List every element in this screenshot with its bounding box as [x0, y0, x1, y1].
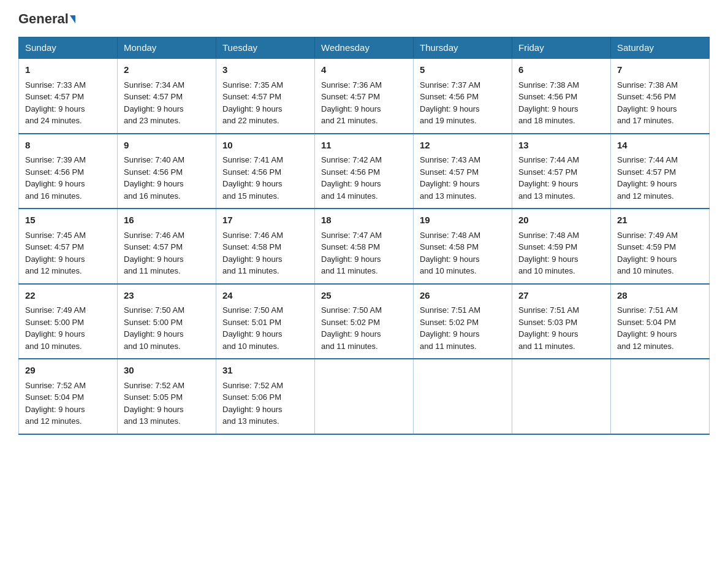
day-number: 16 — [124, 213, 210, 228]
sunrise-text: Sunrise: 7:38 AM — [518, 80, 579, 90]
logo-main-text: General — [18, 12, 69, 26]
sunset-text: Sunset: 4:59 PM — [617, 242, 676, 251]
daylight-text-line2: and 14 minutes. — [321, 191, 378, 201]
daylight-text-line2: and 21 minutes. — [321, 116, 378, 125]
sunrise-text: Sunrise: 7:36 AM — [321, 80, 382, 90]
day-number: 14 — [617, 139, 703, 153]
daylight-text-line2: and 13 minutes. — [222, 416, 279, 426]
daylight-text-line2: and 11 minutes. — [321, 342, 378, 351]
calendar-cell: 9Sunrise: 7:40 AMSunset: 4:56 PMDaylight… — [118, 134, 216, 209]
daylight-text-line1: Daylight: 9 hours — [124, 255, 184, 264]
daylight-text-line1: Daylight: 9 hours — [25, 255, 85, 264]
sunset-text: Sunset: 4:57 PM — [222, 92, 281, 101]
sunrise-text: Sunrise: 7:52 AM — [124, 381, 184, 390]
calendar-cell: 13Sunrise: 7:44 AMSunset: 4:57 PMDayligh… — [512, 134, 611, 209]
daylight-text-line1: Daylight: 9 hours — [222, 405, 282, 414]
calendar-cell: 2Sunrise: 7:34 AMSunset: 4:57 PMDaylight… — [118, 58, 216, 134]
daylight-text-line2: and 12 minutes. — [25, 416, 82, 426]
calendar-week-row: 1Sunrise: 7:33 AMSunset: 4:57 PMDaylight… — [19, 58, 710, 134]
sunset-text: Sunset: 4:58 PM — [321, 242, 380, 251]
sunset-text: Sunset: 5:03 PM — [518, 318, 577, 327]
sunrise-text: Sunrise: 7:51 AM — [420, 305, 480, 315]
daylight-text-line1: Daylight: 9 hours — [222, 179, 282, 188]
day-number: 15 — [25, 213, 111, 228]
sunrise-text: Sunrise: 7:52 AM — [25, 381, 86, 390]
calendar-cell: 3Sunrise: 7:35 AMSunset: 4:57 PMDaylight… — [216, 58, 315, 134]
sunrise-text: Sunrise: 7:42 AM — [321, 155, 382, 164]
calendar-cell: 29Sunrise: 7:52 AMSunset: 5:04 PMDayligh… — [19, 359, 118, 434]
day-number: 26 — [420, 289, 506, 303]
daylight-text-line2: and 13 minutes. — [420, 191, 477, 201]
daylight-text-line2: and 11 minutes. — [420, 342, 477, 351]
day-number: 18 — [321, 213, 407, 228]
sunset-text: Sunset: 5:05 PM — [124, 393, 183, 402]
day-number: 9 — [124, 139, 210, 153]
daylight-text-line1: Daylight: 9 hours — [321, 329, 381, 339]
daylight-text-line1: Daylight: 9 hours — [222, 255, 282, 264]
daylight-text-line1: Daylight: 9 hours — [124, 179, 184, 188]
sunset-text: Sunset: 5:04 PM — [617, 318, 676, 327]
day-number: 25 — [321, 289, 407, 303]
day-number: 17 — [222, 213, 308, 228]
sunrise-text: Sunrise: 7:49 AM — [25, 305, 86, 315]
day-number: 28 — [617, 289, 703, 303]
calendar-cell — [414, 359, 512, 434]
daylight-text-line2: and 23 minutes. — [124, 116, 181, 125]
calendar-cell: 11Sunrise: 7:42 AMSunset: 4:56 PMDayligh… — [315, 134, 414, 209]
daylight-text-line2: and 16 minutes. — [124, 191, 181, 201]
calendar-cell: 4Sunrise: 7:36 AMSunset: 4:57 PMDaylight… — [315, 58, 414, 134]
sunrise-text: Sunrise: 7:46 AM — [124, 231, 184, 240]
day-number: 22 — [25, 289, 111, 303]
sunset-text: Sunset: 4:56 PM — [617, 92, 676, 101]
sunset-text: Sunset: 5:04 PM — [25, 393, 84, 402]
sunset-text: Sunset: 5:02 PM — [321, 318, 380, 327]
dow-header-wednesday: Wednesday — [315, 37, 414, 59]
day-of-week-header-row: SundayMondayTuesdayWednesdayThursdayFrid… — [19, 37, 710, 59]
day-number: 3 — [222, 63, 308, 77]
daylight-text-line2: and 13 minutes. — [124, 416, 181, 426]
sunset-text: Sunset: 4:58 PM — [222, 242, 281, 251]
daylight-text-line2: and 10 minutes. — [124, 342, 181, 351]
day-number: 1 — [25, 63, 111, 77]
day-number: 5 — [420, 63, 506, 77]
sunrise-text: Sunrise: 7:35 AM — [222, 80, 283, 90]
daylight-text-line2: and 13 minutes. — [518, 191, 575, 201]
calendar-cell: 25Sunrise: 7:50 AMSunset: 5:02 PMDayligh… — [315, 284, 414, 359]
sunset-text: Sunset: 4:57 PM — [518, 167, 577, 177]
day-number: 19 — [420, 213, 506, 228]
sunset-text: Sunset: 4:56 PM — [518, 92, 577, 101]
daylight-text-line2: and 11 minutes. — [321, 266, 378, 275]
day-number: 31 — [222, 364, 308, 378]
sunrise-text: Sunrise: 7:44 AM — [617, 155, 678, 164]
sunrise-text: Sunrise: 7:34 AM — [124, 80, 184, 90]
daylight-text-line2: and 10 minutes. — [25, 342, 82, 351]
daylight-text-line1: Daylight: 9 hours — [25, 405, 85, 414]
daylight-text-line1: Daylight: 9 hours — [420, 179, 480, 188]
calendar-cell: 31Sunrise: 7:52 AMSunset: 5:06 PMDayligh… — [216, 359, 315, 434]
sunset-text: Sunset: 4:56 PM — [321, 167, 380, 177]
daylight-text-line2: and 10 minutes. — [222, 342, 279, 351]
daylight-text-line1: Daylight: 9 hours — [617, 255, 677, 264]
calendar-cell — [315, 359, 414, 434]
sunset-text: Sunset: 5:01 PM — [222, 318, 281, 327]
daylight-text-line1: Daylight: 9 hours — [617, 104, 677, 113]
dow-header-sunday: Sunday — [19, 37, 118, 59]
calendar-cell: 7Sunrise: 7:38 AMSunset: 4:56 PMDaylight… — [611, 58, 710, 134]
calendar-cell: 18Sunrise: 7:47 AMSunset: 4:58 PMDayligh… — [315, 209, 414, 284]
calendar-cell: 23Sunrise: 7:50 AMSunset: 5:00 PMDayligh… — [118, 284, 216, 359]
day-number: 27 — [518, 289, 604, 303]
calendar-cell: 1Sunrise: 7:33 AMSunset: 4:57 PMDaylight… — [19, 58, 118, 134]
sunrise-text: Sunrise: 7:52 AM — [222, 381, 283, 390]
daylight-text-line1: Daylight: 9 hours — [25, 104, 85, 113]
day-number: 21 — [617, 213, 703, 228]
dow-header-thursday: Thursday — [414, 37, 512, 59]
daylight-text-line2: and 15 minutes. — [222, 191, 279, 201]
day-number: 12 — [420, 139, 506, 153]
daylight-text-line1: Daylight: 9 hours — [124, 329, 184, 339]
daylight-text-line1: Daylight: 9 hours — [222, 104, 282, 113]
daylight-text-line1: Daylight: 9 hours — [124, 104, 184, 113]
daylight-text-line1: Daylight: 9 hours — [321, 179, 381, 188]
calendar-cell: 28Sunrise: 7:51 AMSunset: 5:04 PMDayligh… — [611, 284, 710, 359]
sunset-text: Sunset: 4:57 PM — [25, 92, 84, 101]
sunrise-text: Sunrise: 7:49 AM — [617, 231, 678, 240]
